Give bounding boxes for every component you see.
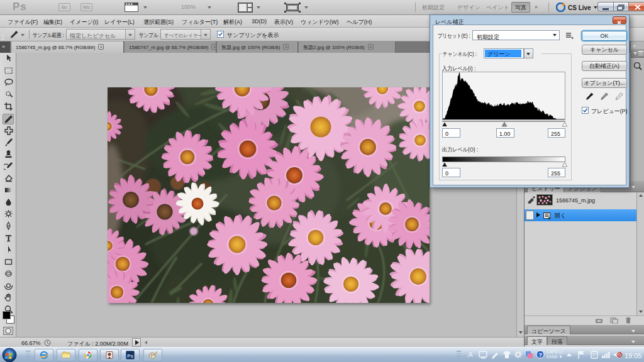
svg-text:Ps: Ps [127, 353, 133, 359]
svg-text:.A: .A [467, 351, 473, 358]
svg-text:?: ? [539, 352, 543, 358]
